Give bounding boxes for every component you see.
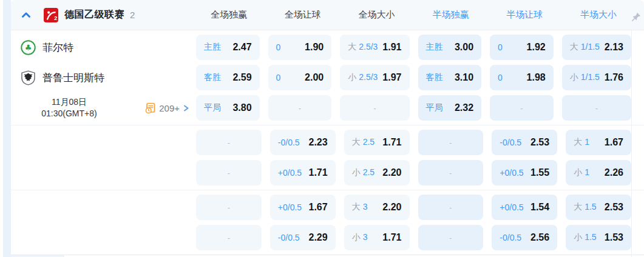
odds-value: 3.80 [232, 102, 251, 113]
odds-cell[interactable]: 小2.5/31.97 [340, 65, 409, 90]
odds-value: 1.76 [605, 72, 623, 83]
odds-value: 3.00 [455, 42, 473, 53]
odds-cell[interactable]: 大11.67 [566, 130, 631, 155]
match-meta-row: 11月08日 01:30(GMT+8) 209+ [21, 95, 196, 121]
odds-cell[interactable]: 平局2.32 [418, 95, 482, 121]
odds-cell-empty: - [418, 225, 484, 250]
league-header: 2 德国乙级联赛 2 全场独赢 全场让球 全场大小 半场独赢 半场让球 半场大小 [11, 0, 644, 30]
odds-cell-empty: - [196, 225, 262, 250]
odds-cell[interactable]: 小2.52.20 [344, 160, 410, 185]
odds-cell-empty: - [418, 160, 484, 185]
odds-cell[interactable]: 小31.71 [344, 225, 410, 250]
odds-selection-label: +0/0.5 [500, 168, 523, 178]
odds-cell[interactable]: 客胜3.10 [418, 65, 482, 90]
odds-value: 2.29 [309, 232, 328, 243]
odds-cell[interactable]: 大2.5/31.91 [340, 35, 409, 60]
odds-value: 2.26 [605, 167, 623, 178]
odds-grid-lines-2: -+0/0.51.67大32.20-+0/0.51.54大1.52.53--0/… [196, 195, 631, 250]
odds-selection-label: 大1/1.5 [570, 42, 600, 53]
over-under-prefix: 小 [352, 232, 361, 243]
odds-cell[interactable]: 大2.51.71 [344, 130, 410, 155]
home-team-logo-icon: ♣ [21, 40, 36, 55]
odds-cell[interactable]: -0/0.52.29 [270, 225, 336, 250]
selection-text: +0/0.5 [278, 168, 302, 178]
odds-selection-label: 小2.5/3 [348, 72, 378, 83]
odds-cell[interactable]: 01.90 [268, 35, 332, 60]
odds-selection-label: 小1.5 [574, 232, 596, 243]
odds-cell[interactable]: 大1.52.53 [566, 195, 631, 220]
away-team-row[interactable]: 普鲁士明斯特 [21, 65, 196, 90]
odds-cell[interactable]: 主胜3.00 [418, 35, 482, 60]
selection-text: 0 [498, 73, 503, 82]
odds-cell[interactable]: +0/0.51.55 [492, 160, 557, 185]
odds-cell[interactable]: 小1/1.51.76 [562, 65, 631, 90]
markets-clock-icon [144, 102, 156, 114]
odds-group-lines-1: --0/0.52.23大2.51.71--0/0.52.53大11.67-+0/… [11, 125, 644, 190]
over-under-prefix: 大 [574, 202, 582, 213]
odds-value: 1.71 [382, 232, 401, 243]
odds-value: 1.53 [605, 232, 623, 243]
odds-selection-label: -0/0.5 [278, 233, 300, 242]
odds-value: 2.23 [309, 137, 328, 148]
odds-cell[interactable]: 主胜2.47 [196, 35, 260, 60]
odds-value: 2.00 [305, 72, 324, 83]
odds-value: 1.67 [605, 137, 623, 148]
odds-grid-lines-1: --0/0.52.23大2.51.71--0/0.52.53大11.67-+0/… [196, 130, 631, 185]
more-markets-count: 209+ [159, 103, 180, 113]
selection-text: +0/0.5 [500, 168, 523, 178]
odds-cell[interactable]: -0/0.52.56 [492, 225, 557, 250]
odds-cell[interactable]: +0/0.51.67 [270, 195, 336, 220]
empty-dash: - [228, 203, 230, 212]
odds-selection-label: +0/0.5 [278, 202, 302, 212]
odds-selection-label: 小3 [352, 232, 368, 243]
odds-cell[interactable]: 平局3.80 [196, 95, 260, 121]
odds-cell-empty: - [418, 130, 484, 155]
odds-cell[interactable]: 客胜2.59 [196, 65, 260, 90]
odds-cell[interactable]: -0/0.52.23 [270, 130, 336, 155]
odds-cell[interactable]: 大1/1.52.13 [562, 35, 631, 60]
pin-icon[interactable] [631, 12, 641, 22]
odds-cell[interactable]: 大32.20 [344, 195, 410, 220]
odds-selection-label: 大2.5 [352, 137, 375, 148]
odds-value: 1.91 [382, 42, 401, 53]
odds-selection-label: -0/0.5 [500, 138, 521, 147]
column-header-ft-handicap: 全场让球 [270, 9, 336, 21]
odds-cell-empty: - [340, 95, 409, 121]
empty-dash: - [449, 169, 452, 178]
odds-cell[interactable]: +0/0.51.71 [270, 160, 336, 185]
odds-body: ♣ 菲尔特 普鲁士明斯特 11月08日 [11, 30, 644, 257]
home-team-row[interactable]: ♣ 菲尔特 [21, 35, 196, 60]
odds-cell[interactable]: 小1.51.53 [566, 225, 631, 250]
page-left-gutter [3, 0, 11, 257]
odds-group-main: ♣ 菲尔特 普鲁士明斯特 11月08日 [11, 30, 644, 125]
home-team-name: 菲尔特 [42, 41, 73, 55]
selection-text: +0/0.5 [278, 202, 302, 212]
odds-cell[interactable]: 02.00 [268, 65, 332, 90]
selection-text: 0 [276, 42, 281, 52]
odds-group-lines-2: -+0/0.51.67大32.20-+0/0.51.54大1.52.53--0/… [11, 190, 644, 255]
odds-selection-label: 主胜 [204, 42, 221, 53]
column-header-ft-1x2: 全场独赢 [196, 9, 262, 21]
odds-value: 2.53 [605, 202, 623, 213]
odds-cell[interactable]: 01.92 [490, 35, 554, 60]
collapse-button[interactable] [19, 8, 33, 22]
odds-value: 2.59 [232, 72, 251, 83]
selection-text: 0 [276, 73, 281, 82]
odds-value: 2.20 [382, 202, 401, 213]
odds-value: 1.67 [309, 202, 328, 213]
odds-cell-empty: - [490, 95, 554, 121]
odds-cell[interactable]: 01.98 [490, 65, 554, 90]
over-under-prefix: 大 [352, 202, 361, 213]
empty-dash: - [595, 104, 598, 113]
svg-text:♣: ♣ [25, 43, 32, 52]
column-header-ht-handicap: 半场让球 [492, 9, 557, 21]
odds-value: 1.71 [382, 137, 401, 148]
odds-cell[interactable]: 小12.26 [566, 160, 631, 185]
odds-cell[interactable]: +0/0.51.54 [492, 195, 557, 220]
odds-selection-label: 主胜 [426, 42, 443, 53]
odds-value: 2.13 [605, 42, 623, 53]
odds-selection-label: 客胜 [204, 72, 221, 83]
right-rail-divider [631, 30, 632, 257]
odds-cell[interactable]: -0/0.52.53 [492, 130, 557, 155]
more-markets-link[interactable]: 209+ [144, 102, 190, 114]
